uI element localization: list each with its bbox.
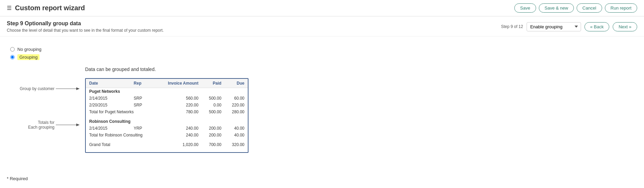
amount-cell: 220.00 <box>157 102 202 109</box>
page-title: Custom report wizard <box>15 4 85 12</box>
grouping-label: Grouping <box>17 55 39 60</box>
menu-icon[interactable]: ☰ <box>7 5 12 11</box>
amount-cell: 240.00 <box>157 125 202 132</box>
annotation-group-by-text: Group by customer <box>10 86 54 91</box>
paid-cell: 0.00 <box>202 102 225 109</box>
total-amount-puget: 780.00 <box>157 109 202 115</box>
section-header-robinson: Robinson Consulting <box>86 118 248 125</box>
amount-cell: 560.00 <box>157 95 202 102</box>
table-row: 2/14/2015 YRP 240.00 200.00 40.00 <box>86 125 248 132</box>
step-bar: Step 9 Optionally group data Choose the … <box>0 16 644 37</box>
rep-cell: SRP <box>130 95 158 102</box>
col-date: Date <box>86 79 130 88</box>
data-caption: Data can be grouped and totaled. <box>85 67 248 72</box>
col-invoice-amount: Invoice Amount <box>157 79 202 88</box>
spacer-row-2 <box>86 139 248 141</box>
annotation-totals: Totals for Each grouping <box>10 120 85 130</box>
date-cell: 2/14/2015 <box>86 125 130 132</box>
grouping-option[interactable]: Grouping <box>10 55 634 60</box>
total-due-puget: 280.00 <box>225 109 248 115</box>
annotation-group-by: Group by customer <box>10 85 85 92</box>
report-table: Date Rep Invoice Amount Paid Due Puget N… <box>86 79 248 152</box>
grand-total-amount: 1,020.00 <box>157 141 202 148</box>
no-grouping-label: No grouping <box>17 47 42 52</box>
required-note: * Required <box>7 176 28 181</box>
date-cell: 2/14/2015 <box>86 95 130 102</box>
back-button[interactable]: « Back <box>584 22 610 31</box>
table-row: 2/14/2015 SRP 560.00 500.00 60.00 <box>86 95 248 102</box>
bottom-spacer <box>86 148 248 152</box>
grouping-dropdown[interactable]: Enable grouping No grouping <box>527 22 581 31</box>
table-row: 2/20/2015 SRP 220.00 0.00 220.00 <box>86 102 248 109</box>
save-new-button[interactable]: Save & new <box>539 3 574 13</box>
footer: * Required <box>7 176 28 181</box>
radio-group: No grouping Grouping <box>10 47 634 60</box>
run-report-button[interactable]: Run report <box>605 3 637 13</box>
total-paid-puget: 500.00 <box>202 109 225 115</box>
grand-total-paid: 700.00 <box>202 141 225 148</box>
annotations-panel: Group by customer Totals for Each groupi… <box>10 67 85 153</box>
total-label-robinson: Total for Robinson Consulting <box>86 132 157 139</box>
step-subtitle: Choose the level of detail that you want… <box>7 28 164 33</box>
step-label: Step 9 of 12 <box>501 24 523 29</box>
diagram-area: Group by customer Totals for Each groupi… <box>10 67 634 153</box>
due-cell: 220.00 <box>225 102 248 109</box>
total-amount-robinson: 240.00 <box>157 132 202 139</box>
grand-total-label: Grand Total <box>86 141 157 148</box>
total-paid-robinson: 200.00 <box>202 132 225 139</box>
grand-total-row: Grand Total 1,020.00 700.00 320.00 <box>86 141 248 148</box>
step-title: Step 9 Optionally group data <box>7 20 164 27</box>
no-grouping-option[interactable]: No grouping <box>10 47 634 52</box>
grouping-radio[interactable] <box>10 55 15 59</box>
due-cell: 60.00 <box>225 95 248 102</box>
header-right: Save Save & new Cancel Run report <box>514 3 637 13</box>
col-rep: Rep <box>130 79 158 88</box>
main-content: No grouping Grouping Group by customer <box>0 37 644 160</box>
total-due-robinson: 40.00 <box>225 132 248 139</box>
no-grouping-radio[interactable] <box>10 47 15 52</box>
page-wrapper: ☰ Custom report wizard Save Save & new C… <box>0 0 644 188</box>
paid-cell: 200.00 <box>202 125 225 132</box>
save-button[interactable]: Save <box>514 3 536 13</box>
table-header-row: Date Rep Invoice Amount Paid Due <box>86 79 248 88</box>
cancel-button[interactable]: Cancel <box>577 3 602 13</box>
header-left: ☰ Custom report wizard <box>7 4 85 12</box>
table-container: Data can be grouped and totaled. Date Re… <box>85 67 248 153</box>
due-cell: 40.00 <box>225 125 248 132</box>
section-total-puget: Total for Puget Networks 780.00 500.00 2… <box>86 109 248 115</box>
step-bar-right: Step 9 of 12 Enable grouping No grouping… <box>501 22 637 31</box>
top-header: ☰ Custom report wizard Save Save & new C… <box>0 0 644 16</box>
svg-marker-3 <box>76 124 80 126</box>
spacer-row <box>86 115 248 118</box>
annotation-totals-text: Totals for Each grouping <box>10 120 54 130</box>
paid-cell: 500.00 <box>202 95 225 102</box>
total-label-puget: Total for Puget Networks <box>86 109 157 115</box>
section-name-robinson: Robinson Consulting <box>86 118 248 125</box>
arrow-totals <box>56 121 80 128</box>
date-cell: 2/20/2015 <box>86 102 130 109</box>
next-button[interactable]: Next » <box>613 22 637 31</box>
step-bar-left: Step 9 Optionally group data Choose the … <box>7 20 164 33</box>
report-table-wrapper: Date Rep Invoice Amount Paid Due Puget N… <box>85 78 248 153</box>
section-total-robinson: Total for Robinson Consulting 240.00 200… <box>86 132 248 139</box>
rep-cell: SRP <box>130 102 158 109</box>
svg-marker-1 <box>76 87 80 90</box>
section-header-puget: Puget Networks <box>86 88 248 95</box>
section-name-puget: Puget Networks <box>86 88 248 95</box>
arrow-group-by <box>56 85 80 92</box>
grand-total-due: 320.00 <box>225 141 248 148</box>
rep-cell: YRP <box>130 125 158 132</box>
col-paid: Paid <box>202 79 225 88</box>
col-due: Due <box>225 79 248 88</box>
